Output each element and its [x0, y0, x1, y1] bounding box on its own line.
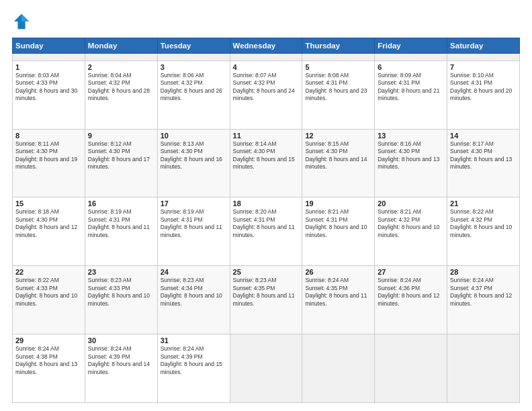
calendar-cell: 18Sunrise: 8:20 AMSunset: 4:31 PMDayligh… [230, 197, 302, 266]
day-number: 1 [15, 63, 82, 71]
day-cell-content: Sunrise: 8:22 AMSunset: 4:32 PMDaylight:… [450, 208, 517, 239]
day-cell-content: Sunrise: 8:13 AMSunset: 4:30 PMDaylight:… [161, 140, 227, 171]
calendar-cell: 27Sunrise: 8:24 AMSunset: 4:36 PMDayligh… [375, 266, 447, 334]
svg-marker-1 [21, 14, 29, 21]
day-cell-content: Sunrise: 8:12 AMSunset: 4:30 PMDaylight:… [88, 140, 154, 171]
day-number: 18 [233, 199, 300, 208]
calendar-cell: 17Sunrise: 8:19 AMSunset: 4:31 PMDayligh… [157, 197, 230, 266]
calendar-header-wednesday: Wednesday [230, 38, 302, 54]
day-cell-content: Sunrise: 8:07 AMSunset: 4:32 PMDaylight:… [233, 72, 300, 103]
calendar-cell: 28Sunrise: 8:24 AMSunset: 4:37 PMDayligh… [447, 266, 520, 334]
calendar-cell [375, 334, 447, 403]
day-number: 31 [161, 336, 227, 345]
calendar-cell: 23Sunrise: 8:23 AMSunset: 4:33 PMDayligh… [85, 266, 157, 334]
calendar-week-row [13, 54, 520, 61]
calendar-cell: 5Sunrise: 8:08 AMSunset: 4:31 PMDaylight… [302, 60, 375, 129]
day-number: 23 [88, 268, 154, 276]
calendar-header-monday: Monday [85, 38, 157, 54]
day-number: 22 [15, 268, 82, 276]
calendar-cell: 15Sunrise: 8:18 AMSunset: 4:30 PMDayligh… [13, 197, 85, 266]
calendar-week-row: 15Sunrise: 8:18 AMSunset: 4:30 PMDayligh… [13, 197, 520, 266]
day-number: 14 [450, 132, 517, 140]
day-cell-content: Sunrise: 8:16 AMSunset: 4:30 PMDaylight:… [378, 140, 444, 171]
day-number: 4 [233, 63, 300, 71]
day-cell-content: Sunrise: 8:24 AMSunset: 4:39 PMDaylight:… [161, 345, 227, 376]
day-number: 15 [15, 199, 82, 208]
calendar-cell: 25Sunrise: 8:23 AMSunset: 4:35 PMDayligh… [230, 266, 302, 334]
calendar-cell: 8Sunrise: 8:11 AMSunset: 4:30 PMDaylight… [13, 129, 85, 197]
day-number: 5 [305, 63, 371, 71]
day-cell-content: Sunrise: 8:24 AMSunset: 4:39 PMDaylight:… [88, 345, 154, 376]
day-cell-content: Sunrise: 8:15 AMSunset: 4:30 PMDaylight:… [305, 140, 371, 171]
calendar-cell [230, 54, 302, 61]
calendar-cell: 7Sunrise: 8:10 AMSunset: 4:31 PMDaylight… [447, 60, 520, 129]
day-cell-content: Sunrise: 8:20 AMSunset: 4:31 PMDaylight:… [233, 208, 300, 239]
day-cell-content: Sunrise: 8:09 AMSunset: 4:31 PMDaylight:… [378, 72, 444, 103]
day-number: 8 [15, 132, 82, 140]
calendar-cell: 4Sunrise: 8:07 AMSunset: 4:32 PMDaylight… [230, 60, 302, 129]
calendar-cell [447, 54, 520, 61]
calendar-week-row: 1Sunrise: 8:03 AMSunset: 4:33 PMDaylight… [13, 60, 520, 129]
calendar-cell: 1Sunrise: 8:03 AMSunset: 4:33 PMDaylight… [13, 60, 85, 129]
calendar-cell: 29Sunrise: 8:24 AMSunset: 4:38 PMDayligh… [13, 334, 85, 403]
header [12, 12, 520, 31]
day-cell-content: Sunrise: 8:18 AMSunset: 4:30 PMDaylight:… [15, 208, 82, 239]
calendar-cell [302, 334, 375, 403]
day-cell-content: Sunrise: 8:03 AMSunset: 4:33 PMDaylight:… [15, 72, 82, 103]
day-cell-content: Sunrise: 8:10 AMSunset: 4:31 PMDaylight:… [450, 72, 517, 103]
calendar-cell [157, 54, 230, 61]
calendar-cell: 26Sunrise: 8:24 AMSunset: 4:35 PMDayligh… [302, 266, 375, 334]
day-cell-content: Sunrise: 8:23 AMSunset: 4:35 PMDaylight:… [233, 277, 300, 308]
day-number: 19 [305, 199, 371, 208]
day-number: 25 [233, 268, 300, 276]
calendar-cell: 10Sunrise: 8:13 AMSunset: 4:30 PMDayligh… [157, 129, 230, 197]
day-cell-content: Sunrise: 8:24 AMSunset: 4:36 PMDaylight:… [378, 277, 444, 308]
day-cell-content: Sunrise: 8:14 AMSunset: 4:30 PMDaylight:… [233, 140, 300, 171]
day-number: 27 [378, 268, 444, 276]
calendar-header-sunday: Sunday [13, 38, 85, 54]
calendar-cell [85, 54, 157, 61]
calendar-cell: 14Sunrise: 8:17 AMSunset: 4:30 PMDayligh… [447, 129, 520, 197]
day-number: 2 [88, 63, 154, 71]
calendar-cell [447, 334, 520, 403]
calendar-cell [13, 54, 85, 61]
calendar-header-friday: Friday [375, 38, 447, 54]
calendar-cell: 21Sunrise: 8:22 AMSunset: 4:32 PMDayligh… [447, 197, 520, 266]
calendar-cell: 6Sunrise: 8:09 AMSunset: 4:31 PMDaylight… [375, 60, 447, 129]
calendar-cell: 20Sunrise: 8:21 AMSunset: 4:32 PMDayligh… [375, 197, 447, 266]
day-cell-content: Sunrise: 8:22 AMSunset: 4:33 PMDaylight:… [15, 277, 82, 308]
day-number: 16 [88, 199, 154, 208]
day-cell-content: Sunrise: 8:06 AMSunset: 4:32 PMDaylight:… [161, 72, 227, 103]
calendar-cell: 24Sunrise: 8:23 AMSunset: 4:34 PMDayligh… [157, 266, 230, 334]
day-number: 29 [15, 336, 82, 345]
day-cell-content: Sunrise: 8:19 AMSunset: 4:31 PMDaylight:… [88, 208, 154, 239]
day-number: 11 [233, 132, 300, 140]
day-cell-content: Sunrise: 8:23 AMSunset: 4:34 PMDaylight:… [161, 277, 227, 308]
calendar-cell: 13Sunrise: 8:16 AMSunset: 4:30 PMDayligh… [375, 129, 447, 197]
calendar-cell: 16Sunrise: 8:19 AMSunset: 4:31 PMDayligh… [85, 197, 157, 266]
calendar-cell [375, 54, 447, 61]
day-cell-content: Sunrise: 8:17 AMSunset: 4:30 PMDaylight:… [450, 140, 517, 171]
logo [12, 12, 34, 31]
page: SundayMondayTuesdayWednesdayThursdayFrid… [0, 0, 532, 411]
day-cell-content: Sunrise: 8:19 AMSunset: 4:31 PMDaylight:… [161, 208, 227, 239]
calendar-header-tuesday: Tuesday [157, 38, 230, 54]
day-number: 13 [378, 132, 444, 140]
calendar-week-row: 22Sunrise: 8:22 AMSunset: 4:33 PMDayligh… [13, 266, 520, 334]
calendar-header-thursday: Thursday [302, 38, 375, 54]
day-number: 24 [161, 268, 227, 276]
calendar-cell [230, 334, 302, 403]
calendar-cell: 19Sunrise: 8:21 AMSunset: 4:31 PMDayligh… [302, 197, 375, 266]
calendar-header-saturday: Saturday [447, 38, 520, 54]
day-cell-content: Sunrise: 8:04 AMSunset: 4:32 PMDaylight:… [88, 72, 154, 103]
calendar-cell: 30Sunrise: 8:24 AMSunset: 4:39 PMDayligh… [85, 334, 157, 403]
day-cell-content: Sunrise: 8:08 AMSunset: 4:31 PMDaylight:… [305, 72, 371, 103]
calendar-cell: 9Sunrise: 8:12 AMSunset: 4:30 PMDaylight… [85, 129, 157, 197]
day-cell-content: Sunrise: 8:24 AMSunset: 4:38 PMDaylight:… [15, 345, 82, 376]
day-cell-content: Sunrise: 8:11 AMSunset: 4:30 PMDaylight:… [15, 140, 82, 171]
calendar-week-row: 8Sunrise: 8:11 AMSunset: 4:30 PMDaylight… [13, 129, 520, 197]
calendar-header-row: SundayMondayTuesdayWednesdayThursdayFrid… [13, 38, 520, 54]
day-number: 7 [450, 63, 517, 71]
day-number: 28 [450, 268, 517, 276]
calendar-cell: 2Sunrise: 8:04 AMSunset: 4:32 PMDaylight… [85, 60, 157, 129]
